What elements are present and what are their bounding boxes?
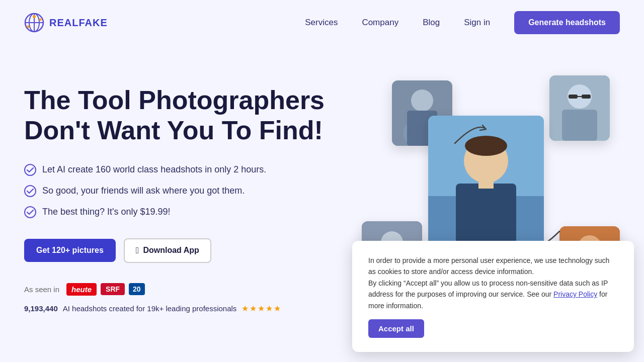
- cookie-text-1: In order to provide a more personal user…: [368, 255, 618, 311]
- apple-icon: : [136, 245, 139, 256]
- star-1: ★: [242, 304, 249, 313]
- nav-company[interactable]: Company: [362, 18, 398, 28]
- nav-services[interactable]: Services: [305, 18, 338, 28]
- svg-point-8: [25, 186, 36, 197]
- check-icon-3: [24, 206, 36, 218]
- svg-rect-26: [478, 178, 494, 189]
- check-icon-1: [24, 164, 36, 176]
- badge-srf: SRF: [101, 283, 125, 295]
- media-badges: heute SRF 20: [66, 283, 145, 296]
- privacy-policy-link[interactable]: Privacy Policy: [553, 290, 597, 298]
- navbar: REALFAKE Services Company Blog Sign in G…: [0, 0, 644, 45]
- svg-point-9: [25, 207, 36, 218]
- bullet-2-text: So good, your friends will ask where you…: [42, 186, 245, 196]
- get-pictures-button[interactable]: Get 120+ pictures: [24, 239, 116, 262]
- svg-rect-17: [569, 95, 578, 99]
- svg-point-5: [39, 19, 42, 21]
- as-seen-text: As seen in: [24, 285, 59, 294]
- accept-all-button[interactable]: Accept all: [368, 319, 424, 337]
- star-5: ★: [274, 304, 281, 313]
- check-icon-2: [24, 185, 36, 197]
- stats-count: 9,193,440: [24, 304, 58, 313]
- star-2: ★: [250, 304, 257, 313]
- logo-icon: [24, 13, 44, 33]
- star-3: ★: [258, 304, 265, 313]
- svg-rect-16: [562, 110, 597, 141]
- stats-row: 9,193,440 AI headshots created for 19k+ …: [24, 304, 352, 313]
- star-4: ★: [266, 304, 273, 313]
- list-item: So good, your friends will ask where you…: [24, 185, 352, 197]
- badge-heute: heute: [66, 283, 97, 296]
- svg-point-4: [33, 15, 36, 18]
- photo-top-right: [549, 75, 610, 141]
- cta-row: Get 120+ pictures  Download App: [24, 238, 352, 263]
- bullet-1-text: Let AI create 160 world class headshots …: [42, 164, 266, 175]
- svg-point-6: [27, 26, 30, 28]
- bullet-3-text: The best thing? It's only $19.99!: [42, 207, 171, 217]
- hero-left: The Tool Photographers Don't Want You To…: [24, 75, 352, 313]
- cookie-banner: In order to provide a more personal user…: [352, 241, 634, 337]
- svg-rect-18: [582, 95, 591, 99]
- nav-blog[interactable]: Blog: [423, 18, 440, 28]
- list-item: Let AI create 160 world class headshots …: [24, 164, 352, 176]
- download-app-button[interactable]:  Download App: [124, 238, 211, 263]
- list-item: The best thing? It's only $19.99!: [24, 206, 352, 218]
- nav-links: Services Company Blog Sign in Generate h…: [305, 11, 620, 34]
- logo[interactable]: REALFAKE: [24, 13, 108, 33]
- badge-20min: 20: [129, 283, 145, 295]
- logo-text: REALFAKE: [49, 17, 108, 29]
- nav-signin[interactable]: Sign in: [464, 18, 490, 28]
- star-rating: ★ ★ ★ ★ ★: [242, 304, 281, 313]
- bullet-list: Let AI create 160 world class headshots …: [24, 164, 352, 218]
- person-svg-2: [549, 75, 610, 141]
- stats-text: AI headshots created for 19k+ leading pr…: [63, 304, 237, 313]
- hero-title: The Tool Photographers Don't Want You To…: [24, 85, 352, 146]
- download-app-label: Download App: [143, 246, 199, 255]
- svg-point-11: [411, 89, 433, 112]
- as-seen-in: As seen in heute SRF 20: [24, 283, 352, 296]
- generate-headshots-button[interactable]: Generate headshots: [514, 11, 620, 34]
- arrow-1: [450, 118, 490, 148]
- svg-point-7: [25, 164, 36, 175]
